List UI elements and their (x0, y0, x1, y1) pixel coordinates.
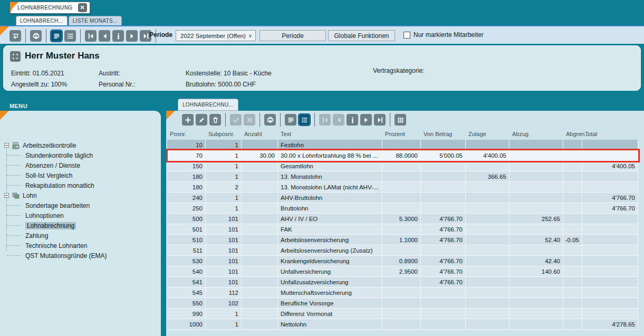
table-row[interactable]: 180113. Monatslohn366.65 (167, 171, 638, 182)
delete-button[interactable] (209, 114, 221, 126)
cell: 510 (167, 235, 206, 245)
cell (466, 287, 510, 298)
edit-button[interactable] (196, 114, 207, 126)
table-row[interactable]: 10001Nettolohn4'278.65 (167, 319, 638, 330)
sidebar-item-rekapitulation-monatlich[interactable]: Rekapitulation monatlich (0, 180, 161, 190)
cell: 52.40 (510, 235, 563, 245)
table-row[interactable]: 511101Arbeitslosenversicherung (Zusatz) (167, 245, 638, 256)
column-header-total[interactable]: Total (582, 131, 638, 137)
list-button[interactable] (299, 114, 310, 126)
collapse-icon[interactable] (4, 193, 9, 198)
cell (582, 214, 638, 224)
column-header-text[interactable]: Text (278, 131, 382, 137)
first-record-button (319, 114, 331, 126)
table-row[interactable]: 9901Differenz Vormonat (167, 309, 638, 319)
sidebar-item-absenzen-dienste[interactable]: Absenzen / Dienste (0, 160, 161, 170)
table-row[interactable]: 545112Mutterschaftsversicherung (167, 287, 638, 298)
collapse-icon[interactable] (4, 143, 9, 148)
add-button[interactable] (182, 114, 194, 126)
table-row[interactable]: 541101Unfallzusatzversicherung4'766.70 (167, 277, 638, 287)
column-header-abzug[interactable]: Abzug (510, 131, 563, 137)
timeclock-icon (12, 141, 20, 150)
column-header-prozent[interactable]: Prozent (382, 131, 421, 137)
sidebar-item-stundenkontrolle-täglich[interactable]: Stundenkontrolle täglich (0, 150, 161, 160)
toolbar-separator (80, 29, 81, 43)
table-row[interactable]: 2501Bruttolohn4'766.70 (167, 203, 638, 214)
column-header-posnr[interactable]: Posnr. (167, 131, 206, 137)
cell (382, 203, 421, 214)
sidebar-item-sondertage-bearbeiten[interactable]: Sondertage bearbeiten (0, 200, 161, 210)
sidebar-item-lohn[interactable]: Lohn (0, 190, 161, 200)
tab-lohnabrechnung-detail[interactable]: LOHNABRECHNU... (178, 99, 238, 111)
last-record-icon (376, 116, 384, 124)
checkbox-icon[interactable] (403, 32, 410, 39)
cell (466, 256, 510, 266)
sidebar-item-soll-ist-vergleich[interactable]: Soll-Ist Vergleich (0, 170, 161, 180)
next-record-button[interactable] (126, 30, 138, 42)
first-record-button[interactable] (85, 30, 97, 42)
confirm-icon (232, 116, 240, 124)
table-row[interactable]: 1501Gesamtlohn4'400.05 (167, 161, 638, 171)
column-header-subposnr[interactable]: Subposnr. (206, 131, 242, 137)
cell: 0.8900 (382, 256, 421, 266)
expand-icon[interactable] (10, 51, 21, 62)
cell (382, 245, 421, 256)
sidebar-item-qst-mutationsgründe-ema[interactable]: QST Mutationsgründe (EMA) (0, 251, 161, 261)
sidebar-item-arbeitszeitkontrolle[interactable]: Arbeitszeitkontrolle (0, 140, 161, 150)
cell (242, 256, 278, 266)
cell (563, 140, 582, 150)
sidebar-item-lohnoptionen[interactable]: Lohnoptionen (0, 210, 161, 220)
grid-button[interactable] (395, 114, 406, 126)
table-row[interactable]: 550102Berufliche Vorsorge (167, 298, 638, 309)
cell (242, 298, 278, 309)
periode-button[interactable]: Periode (259, 30, 326, 41)
justify-button[interactable] (285, 114, 296, 126)
column-header-anzahl[interactable]: Anzahl (242, 131, 278, 137)
table-row[interactable]: 70130.0030.00 x Lohnfortzahlung 88 % bei… (167, 150, 638, 161)
prev-record-button (333, 114, 344, 126)
periode-select[interactable]: 2022 September (Offen) ∨ (176, 30, 256, 41)
table-row[interactable]: 2401AHV-Bruttolohn4'766.70 (167, 193, 638, 203)
cell (510, 140, 563, 150)
close-icon[interactable]: ✕ (78, 3, 87, 12)
table-row[interactable]: 510101Arbeitslosenversicherung1.10004'76… (167, 235, 638, 245)
list-button[interactable] (64, 30, 76, 42)
column-header-abgren[interactable]: Abgren... (563, 131, 582, 137)
cell: -0.05 (563, 235, 582, 245)
table-row[interactable]: 500101AHV / IV / EO5.30004'766.70252.65 (167, 214, 638, 224)
cell: 1 (206, 150, 242, 161)
table-row[interactable]: 540101Unfallversicherung2.95004'766.7014… (167, 266, 638, 277)
next-record-button[interactable] (360, 114, 372, 126)
info-button[interactable] (347, 114, 358, 126)
last-record-button[interactable] (374, 114, 386, 126)
detail-toolbar (182, 113, 406, 127)
table-row[interactable]: 180213. Monatslohn LAMat (nicht AHV-... (167, 182, 638, 193)
cell (510, 224, 563, 235)
window-tab-lohnabrechnung[interactable]: LOHNABRECHNUNG ✕ (9, 2, 90, 14)
globale-funktionen-button[interactable]: Globale Funktionen (328, 30, 395, 41)
table-row[interactable]: 101Festlohn (167, 140, 638, 150)
cell: 1.1000 (382, 235, 421, 245)
column-header-vonbetrag[interactable]: Von Betrag (421, 131, 466, 137)
justify-button[interactable] (51, 30, 62, 42)
sidebar-item-lohnabrechnung[interactable]: Lohnabrechnung (0, 220, 161, 231)
cell (242, 245, 278, 256)
grid-icon (397, 116, 405, 124)
table-row[interactable]: 530101Krankengeldversicherung0.89004'766… (167, 256, 638, 266)
sidebar-item-zahlung[interactable]: Zahlung (0, 231, 161, 241)
table-row[interactable]: 501101FAK4'766.70 (167, 224, 638, 235)
tab-liste-monats[interactable]: LISTE MONATS... (69, 16, 122, 25)
info-button[interactable] (112, 30, 124, 42)
printer-button[interactable] (30, 30, 42, 42)
tab-lohnabrechnung[interactable]: LOHNABRECH... (16, 16, 68, 25)
column-header-zulage[interactable]: Zulage (466, 131, 510, 137)
return-arrow-button[interactable] (9, 30, 21, 42)
only-marked-checkbox-row[interactable]: Nur markierte Mitarbeiter (403, 31, 484, 39)
sidebar-item-technische-lohnarten[interactable]: Technische Lohnarten (0, 241, 161, 251)
cell (582, 309, 638, 319)
printer-button[interactable] (264, 114, 276, 126)
cell (510, 245, 563, 256)
cell: 101 (206, 235, 242, 245)
prev-record-button[interactable] (99, 30, 110, 42)
cell (510, 287, 563, 298)
